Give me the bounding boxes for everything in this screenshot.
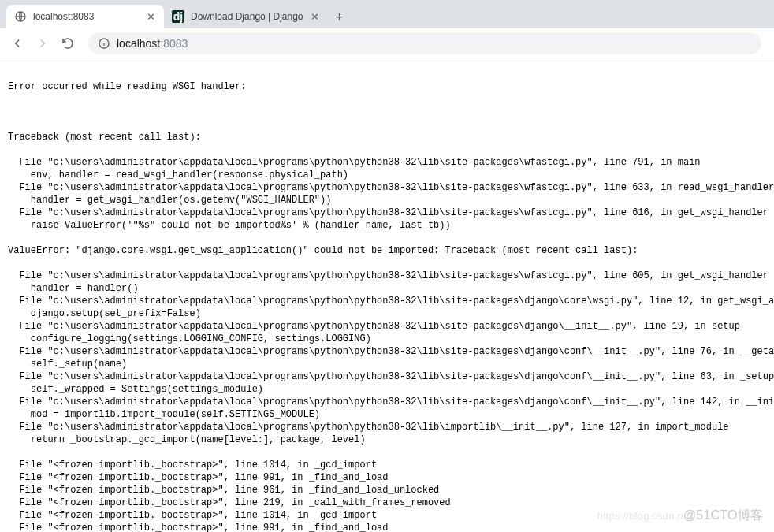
traceback-frozen: File "<frozen importlib._bootstrap>", li… xyxy=(8,522,766,532)
traceback-code: handler = handler() xyxy=(8,282,766,295)
traceback-code: django.setup(set_prefix=False) xyxy=(8,307,766,320)
traceback-code: configure_logging(settings.LOGGING_CONFI… xyxy=(8,333,766,345)
traceback-file: File "c:\users\administrator\appdata\loc… xyxy=(8,295,766,307)
traceback-header: Traceback (most recent call last): xyxy=(8,131,766,143)
page-content: Error occurred while reading WSGI handle… xyxy=(0,58,774,532)
traceback-code: raise ValueError('"%s" could not be impo… xyxy=(8,219,766,232)
address-bar[interactable]: localhost:8083 xyxy=(88,32,761,54)
forward-button[interactable] xyxy=(32,32,54,54)
traceback-file: File "c:\users\administrator\appdata\loc… xyxy=(8,320,766,333)
traceback-file: File "c:\users\administrator\appdata\loc… xyxy=(8,206,766,219)
traceback-code: handler = get_wsgi_handler(os.getenv("WS… xyxy=(8,194,766,206)
tab-localhost[interactable]: localhost:8083 ✕ xyxy=(6,5,164,28)
traceback-file: File "c:\users\administrator\appdata\loc… xyxy=(8,370,766,383)
traceback-file: File "c:\users\administrator\appdata\loc… xyxy=(8,156,766,169)
new-tab-button[interactable]: + xyxy=(329,6,351,28)
tab-django[interactable]: dj Download Django | Django ✕ xyxy=(164,5,329,28)
tab-strip: localhost:8083 ✕ dj Download Django | Dj… xyxy=(0,0,774,28)
traceback-file: File "c:\users\administrator\appdata\loc… xyxy=(8,181,766,194)
traceback-file: File "c:\users\administrator\appdata\loc… xyxy=(8,396,766,408)
traceback-frozen: File "<frozen importlib._bootstrap>", li… xyxy=(8,497,766,509)
site-info-icon[interactable] xyxy=(98,37,110,50)
traceback-frozen: File "<frozen importlib._bootstrap>", li… xyxy=(8,459,766,471)
traceback-code: mod = importlib.import_module(self.SETTI… xyxy=(8,408,766,421)
error-header: Error occurred while reading WSGI handle… xyxy=(8,80,766,93)
traceback-file: File "c:\users\administrator\appdata\loc… xyxy=(8,270,766,282)
traceback-code: env, handler = read_wsgi_handler(respons… xyxy=(8,169,766,181)
value-error: ValueError: "django.core.wsgi.get_wsgi_a… xyxy=(8,244,766,257)
traceback-file: File "c:\users\administrator\appdata\loc… xyxy=(8,345,766,358)
back-button[interactable] xyxy=(6,32,28,54)
traceback-frozen: File "<frozen importlib._bootstrap>", li… xyxy=(8,509,766,522)
traceback-frozen: File "<frozen importlib._bootstrap>", li… xyxy=(8,471,766,484)
tab-title: localhost:8083 xyxy=(33,11,139,22)
django-icon: dj xyxy=(172,10,184,23)
globe-icon xyxy=(14,10,27,23)
close-icon[interactable]: ✕ xyxy=(145,11,156,22)
close-icon[interactable]: ✕ xyxy=(310,11,321,22)
traceback-file: File "c:\users\administrator\appdata\loc… xyxy=(8,421,766,433)
traceback-code: return _bootstrap._gcd_import(name[level… xyxy=(8,433,766,446)
tab-title: Download Django | Django xyxy=(191,11,303,22)
traceback-code: self._wrapped = Settings(settings_module… xyxy=(8,383,766,396)
url-text: localhost:8083 xyxy=(117,37,188,50)
reload-button[interactable] xyxy=(57,32,79,54)
toolbar: localhost:8083 xyxy=(0,28,774,58)
traceback-frozen: File "<frozen importlib._bootstrap>", li… xyxy=(8,484,766,497)
traceback-code: self._setup(name) xyxy=(8,358,766,370)
